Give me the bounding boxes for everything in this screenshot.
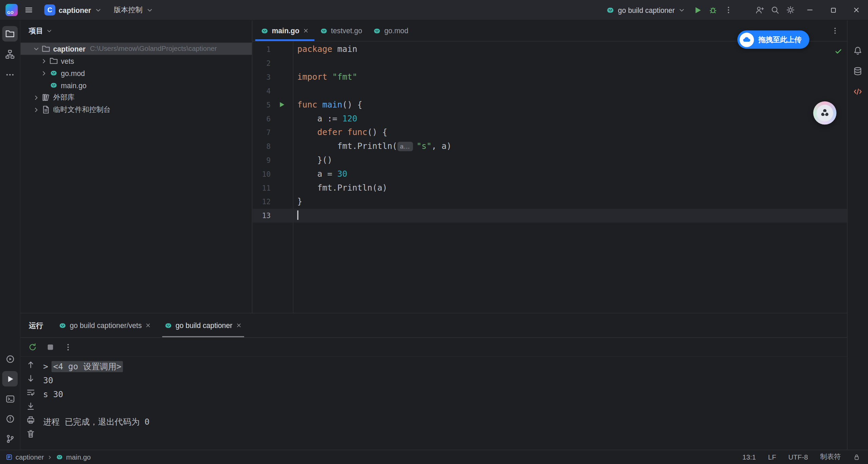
floating-assistant-widget[interactable]	[813, 101, 836, 125]
tree-item[interactable]: go.mod	[20, 67, 252, 79]
project-toolwindow-button[interactable]	[2, 26, 18, 42]
editor-body[interactable]: 12345678910111213 package mainimport "fm…	[252, 41, 847, 313]
close-button[interactable]	[845, 0, 868, 20]
next-occurrence-button[interactable]	[26, 374, 35, 383]
line-ending[interactable]: LF	[768, 453, 776, 461]
code-line[interactable]: }	[293, 195, 847, 209]
close-tab-button[interactable]	[145, 322, 151, 328]
clear-all-button[interactable]	[26, 429, 35, 439]
problems-icon	[5, 414, 15, 423]
endpoints-toolwindow-button[interactable]	[850, 84, 866, 99]
soft-wrap-button[interactable]	[26, 388, 35, 397]
readonly-lock-button[interactable]	[853, 453, 860, 461]
tree-item[interactable]: 外部库	[20, 91, 252, 103]
branch-icon	[5, 434, 15, 443]
project-panel-header[interactable]: 项目	[20, 20, 252, 41]
rerun-button[interactable]	[28, 343, 37, 351]
maximize-button[interactable]	[822, 0, 845, 20]
line-number: 1	[252, 43, 293, 57]
terminal-toolwindow-button[interactable]	[2, 391, 18, 407]
tree-item[interactable]: main.go	[20, 79, 252, 91]
code-line[interactable]: func main() {	[293, 98, 847, 112]
user-plus-icon	[755, 5, 764, 14]
more-options-button[interactable]	[64, 343, 73, 351]
structure-toolwindow-button[interactable]	[2, 46, 18, 62]
console-line: s 30	[43, 388, 847, 402]
minimize-button[interactable]	[798, 0, 822, 20]
search-everywhere-button[interactable]	[767, 2, 783, 18]
structure-icon	[5, 49, 15, 59]
problems-toolwindow-button[interactable]	[2, 411, 18, 426]
code-line[interactable]: fmt.Println(a)	[293, 181, 847, 195]
caret-position[interactable]: 13:1	[743, 453, 756, 461]
add-user-button[interactable]	[752, 2, 767, 18]
stop-button[interactable]	[46, 343, 55, 351]
code-line[interactable]	[293, 209, 847, 223]
scroll-to-end-button[interactable]	[26, 402, 35, 411]
project-widget[interactable]: C captioner	[40, 2, 106, 18]
folded-text[interactable]: <4 go 设置调用>	[52, 361, 123, 372]
stop-icon	[46, 343, 55, 351]
vcs-widget[interactable]: 版本控制	[109, 3, 157, 17]
run-gutter-button[interactable]	[278, 101, 286, 109]
run-config-widget[interactable]: go build captioner	[602, 4, 690, 17]
play-icon	[278, 101, 286, 109]
code-line[interactable]: }()	[293, 153, 847, 167]
line-number: 4	[252, 84, 293, 98]
close-tab-button[interactable]	[236, 322, 242, 328]
run-tab[interactable]: go build captioner/vets	[52, 313, 158, 337]
folder-icon	[41, 44, 50, 53]
indent-style[interactable]: 制表符	[820, 452, 841, 462]
tab-options-button[interactable]	[827, 23, 843, 39]
console-output[interactable]: ><4 go 设置调用>30s 30进程 已完成，退出代码为 0	[40, 356, 847, 449]
debug-button[interactable]	[705, 2, 721, 18]
more-toolwindows-button[interactable]	[2, 67, 18, 83]
editor-tab[interactable]: main.go	[255, 20, 314, 41]
statusbar: captionermain.go 13:1 LF UTF-8 制表符	[0, 450, 868, 464]
run-toolbar	[20, 338, 847, 357]
console-toolbar	[20, 356, 40, 449]
code-line[interactable]	[293, 57, 847, 71]
close-tab-button[interactable]	[303, 28, 309, 34]
line-number: 7	[252, 126, 293, 140]
code-line[interactable]: a := 120	[293, 112, 847, 126]
chevron-right-icon	[47, 455, 53, 460]
print-button[interactable]	[26, 415, 35, 425]
tree-item[interactable]: 临时文件和控制台	[20, 103, 252, 116]
gopher-icon	[373, 27, 381, 35]
more-actions-button[interactable]	[721, 2, 736, 18]
code-line[interactable]: a = 30	[293, 167, 847, 181]
notifications-button[interactable]	[850, 43, 866, 58]
encoding[interactable]: UTF-8	[788, 453, 808, 461]
run-button[interactable]	[690, 2, 705, 18]
floating-assistant-icon	[816, 105, 833, 121]
database-toolwindow-button[interactable]	[850, 63, 866, 79]
version-control-toolwindow-button[interactable]	[2, 431, 18, 446]
run-toolwindow-button[interactable]	[2, 371, 18, 387]
upload-overlay[interactable]: 拖拽至此上传	[737, 31, 809, 49]
breadcrumb-item[interactable]: captioner	[5, 453, 44, 461]
play-mono-icon	[5, 374, 15, 384]
kebab-icon	[724, 5, 733, 14]
run-panel-title[interactable]: 运行	[20, 320, 52, 330]
line-number: 2	[252, 57, 293, 71]
settings-button[interactable]	[783, 2, 798, 18]
run-tab[interactable]: go build captioner	[158, 313, 248, 337]
editor-tab[interactable]: go.mod	[368, 20, 414, 41]
breadcrumb-item[interactable]: main.go	[56, 453, 91, 461]
main-menu-button[interactable]	[21, 2, 37, 18]
parameter-hint: a…	[397, 142, 413, 151]
code-line[interactable]: fmt.Println(a…"s", a)	[293, 139, 847, 153]
services-toolwindow-button[interactable]	[2, 351, 18, 367]
tree-item[interactable]: vets	[20, 55, 252, 67]
previous-occurrence-button[interactable]	[26, 360, 35, 369]
code-line[interactable]: defer func() {	[293, 126, 847, 140]
inspections-widget[interactable]	[834, 47, 842, 58]
code-area[interactable]: package mainimport "fmt"func main() { a …	[293, 41, 847, 313]
chevron-right-icon	[40, 70, 47, 77]
code-line[interactable]	[293, 84, 847, 98]
tree-item[interactable]: captioner C:\Users\meow\GolandProjects\c…	[20, 43, 252, 55]
code-line[interactable]: import "fmt"	[293, 70, 847, 84]
close-icon	[236, 322, 242, 328]
editor-tab[interactable]: testvet.go	[314, 20, 368, 41]
